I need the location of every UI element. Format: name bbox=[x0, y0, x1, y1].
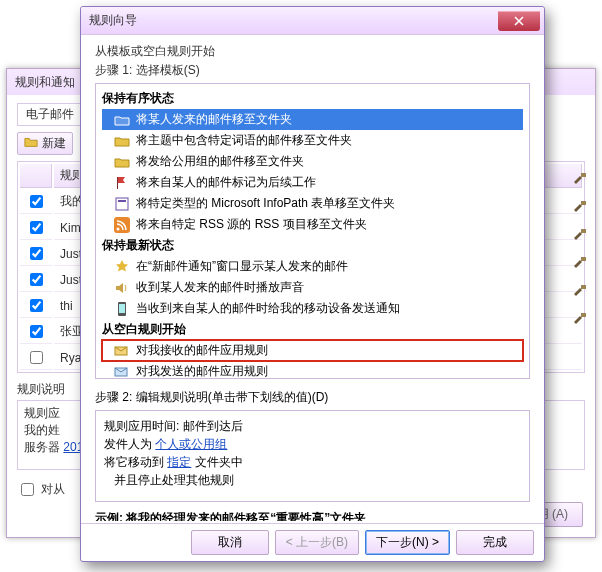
hammer-icon bbox=[572, 256, 588, 276]
desc-stop-line: 并且停止处理其他规则 bbox=[104, 471, 521, 489]
template-label: 对我发送的邮件应用规则 bbox=[136, 363, 268, 379]
svg-rect-8 bbox=[118, 200, 126, 202]
rss-icon bbox=[114, 217, 130, 233]
close-icon bbox=[514, 12, 524, 30]
svg-rect-3 bbox=[581, 257, 586, 261]
section-keep-latest: 保持最新状态 bbox=[102, 237, 523, 254]
section-blank-rules: 从空白规则开始 bbox=[102, 321, 523, 338]
template-infopath[interactable]: 将特定类型的 Microsoft InfoPath 表单移至文件夹 bbox=[102, 193, 523, 214]
row-check[interactable] bbox=[30, 325, 43, 338]
wizard-intro: 从模板或空白规则开始 bbox=[95, 43, 530, 60]
close-button[interactable] bbox=[498, 11, 540, 31]
template-flag-followup[interactable]: 将来自某人的邮件标记为后续工作 bbox=[102, 172, 523, 193]
row-check[interactable] bbox=[30, 273, 43, 286]
svg-rect-12 bbox=[119, 304, 125, 313]
folder-link[interactable]: 指定 bbox=[167, 455, 191, 469]
mobile-icon bbox=[114, 301, 130, 317]
svg-rect-7 bbox=[116, 198, 128, 210]
finish-button[interactable]: 完成 bbox=[456, 530, 534, 555]
new-rule-label: 新建 bbox=[42, 135, 66, 152]
wizard-title-text: 规则向导 bbox=[89, 12, 137, 29]
background-title-text: 规则和通知 bbox=[15, 74, 75, 91]
flag-icon bbox=[114, 175, 130, 191]
next-button[interactable]: 下一步(N) > bbox=[365, 530, 450, 555]
cancel-button[interactable]: 取消 bbox=[191, 530, 269, 555]
template-move-group[interactable]: 将发给公用组的邮件移至文件夹 bbox=[102, 151, 523, 172]
template-label: 在“新邮件通知”窗口显示某人发来的邮件 bbox=[136, 258, 348, 275]
template-label: 将发给公用组的邮件移至文件夹 bbox=[136, 153, 304, 170]
template-label: 将来自特定 RSS 源的 RSS 项目移至文件夹 bbox=[136, 216, 367, 233]
wizard-step1-label: 步骤 1: 选择模板(S) bbox=[95, 62, 530, 79]
background-tab[interactable]: 电子邮件 bbox=[17, 103, 83, 126]
mail-in-icon bbox=[114, 343, 130, 359]
back-button[interactable]: < 上一步(B) bbox=[275, 530, 359, 555]
template-mobile-notify[interactable]: 当收到来自某人的邮件时给我的移动设备发送通知 bbox=[102, 298, 523, 319]
template-blank-send[interactable]: 对我发送的邮件应用规则 bbox=[102, 361, 523, 379]
svg-rect-5 bbox=[581, 313, 586, 317]
template-label: 将主题中包含特定词语的邮件移至文件夹 bbox=[136, 132, 352, 149]
folder-move-icon bbox=[114, 133, 130, 149]
wizard-step2-label: 步骤 2: 编辑规则说明(单击带下划线的值)(D) bbox=[95, 389, 530, 406]
wizard-title-bar[interactable]: 规则向导 bbox=[81, 7, 544, 35]
template-alert-window[interactable]: 在“新邮件通知”窗口显示某人发来的邮件 bbox=[102, 256, 523, 277]
template-label: 当收到来自某人的邮件时给我的移动设备发送通知 bbox=[136, 300, 400, 317]
svg-rect-9 bbox=[114, 217, 130, 233]
folder-move-icon bbox=[114, 154, 130, 170]
desc-apply-time: 规则应用时间: 邮件到达后 bbox=[104, 417, 521, 435]
apply-from-label: 对从 bbox=[41, 481, 65, 498]
row-check[interactable] bbox=[30, 299, 43, 312]
table-check-col bbox=[20, 164, 52, 188]
apply-from-checkbox[interactable] bbox=[21, 483, 34, 496]
background-side-icons bbox=[572, 172, 588, 332]
hammer-icon bbox=[572, 172, 588, 192]
svg-rect-1 bbox=[581, 201, 586, 205]
rules-wizard-dialog: 规则向导 从模板或空白规则开始 步骤 1: 选择模板(S) 保持有序状态 将某人… bbox=[80, 6, 545, 562]
new-rule-button[interactable]: 新建 bbox=[17, 132, 73, 155]
template-blank-receive[interactable]: 对我接收的邮件应用规则 bbox=[102, 340, 523, 361]
row-check[interactable] bbox=[30, 247, 43, 260]
example-text: 示例: 将我的经理发来的邮件移至“重要性高”文件夹 bbox=[95, 510, 530, 521]
svg-rect-0 bbox=[581, 173, 586, 177]
hammer-icon bbox=[572, 312, 588, 332]
wizard-footer: 取消 < 上一步(B) 下一步(N) > 完成 bbox=[81, 523, 544, 555]
star-icon bbox=[114, 259, 130, 275]
template-label: 收到某人发来的邮件时播放声音 bbox=[136, 279, 304, 296]
svg-rect-4 bbox=[581, 285, 586, 289]
template-label: 对我接收的邮件应用规则 bbox=[136, 342, 268, 359]
mail-out-icon bbox=[114, 364, 130, 380]
folder-icon bbox=[24, 135, 38, 152]
hammer-icon bbox=[572, 200, 588, 220]
template-label: 将某人发来的邮件移至文件夹 bbox=[136, 111, 292, 128]
template-label: 将特定类型的 Microsoft InfoPath 表单移至文件夹 bbox=[136, 195, 395, 212]
templates-list[interactable]: 保持有序状态 将某人发来的邮件移至文件夹 将主题中包含特定词语的邮件移至文件夹 … bbox=[95, 83, 530, 379]
template-label: 将来自某人的邮件标记为后续工作 bbox=[136, 174, 316, 191]
row-check[interactable] bbox=[30, 351, 43, 364]
template-move-from-person[interactable]: 将某人发来的邮件移至文件夹 bbox=[102, 109, 523, 130]
svg-rect-2 bbox=[581, 229, 586, 233]
row-check[interactable] bbox=[30, 195, 43, 208]
section-keep-ordered: 保持有序状态 bbox=[102, 90, 523, 107]
row-check[interactable] bbox=[30, 221, 43, 234]
folder-move-icon bbox=[114, 112, 130, 128]
speaker-icon bbox=[114, 280, 130, 296]
template-play-sound[interactable]: 收到某人发来的邮件时播放声音 bbox=[102, 277, 523, 298]
svg-point-10 bbox=[117, 227, 120, 230]
template-rss[interactable]: 将来自特定 RSS 源的 RSS 项目移至文件夹 bbox=[102, 214, 523, 235]
hammer-icon bbox=[572, 284, 588, 304]
template-move-subject[interactable]: 将主题中包含特定词语的邮件移至文件夹 bbox=[102, 130, 523, 151]
sender-link[interactable]: 个人或公用组 bbox=[155, 437, 227, 451]
rule-description-editor[interactable]: 规则应用时间: 邮件到达后 发件人为 个人或公用组 将它移动到 指定 文件夹中 … bbox=[95, 410, 530, 502]
hammer-icon bbox=[572, 228, 588, 248]
desc-move-line: 将它移动到 指定 文件夹中 bbox=[104, 453, 521, 471]
form-icon bbox=[114, 196, 130, 212]
svg-rect-6 bbox=[117, 177, 118, 189]
desc-sender-line: 发件人为 个人或公用组 bbox=[104, 435, 521, 453]
